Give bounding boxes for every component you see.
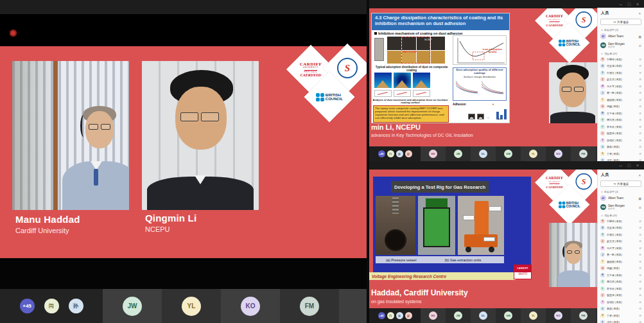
mic-off-icon[interactable]: ⊘ [639, 260, 641, 263]
participant-row[interactable]: AT Albert Team ▣ [598, 32, 644, 40]
participant-row[interactable]: X 徐明轩 (来宾) ⊘ [598, 299, 644, 306]
mic-off-icon[interactable]: ⊘ [639, 112, 641, 115]
video-tile-manu-haddad[interactable] [12, 61, 129, 210]
participant-cell[interactable]: YL [521, 308, 546, 323]
participant-cell[interactable]: GM [496, 308, 521, 323]
participant-row[interactable]: G 高晨 (来宾) ⊘ [598, 306, 644, 313]
screenshare-icon[interactable]: ▣ [638, 35, 641, 39]
participant-cell[interactable]: FM [571, 146, 596, 161]
share-invite-button[interactable]: ↪ 共享邀请 [600, 180, 641, 187]
participant-cell[interactable]: GM [496, 146, 521, 161]
participant-cell[interactable]: KS [421, 308, 446, 323]
participant-row[interactable]: D 丁俊 (来宾) ⊘ [598, 150, 644, 157]
participant-cell[interactable]: DL [471, 146, 496, 161]
participant-row[interactable]: L 李长欣 (来宾) ⊘ [598, 285, 644, 292]
participant-cell[interactable]: JW [446, 146, 471, 161]
participant-row[interactable]: X 徐明轩 (来宾) ⊘ [598, 137, 644, 144]
participant-avatar[interactable]: 孙 [396, 312, 403, 319]
mic-off-icon[interactable]: ⊘ [639, 266, 641, 270]
participant-row[interactable]: Z 赵文杰 (来宾) ⊘ [598, 76, 644, 83]
participant-row[interactable]: SM Sam Morgan组织者 ⊘ [598, 202, 644, 212]
participant-avatar[interactable]: +45 [20, 299, 35, 313]
participant-row[interactable]: R 任志强 (来宾) ⊘ [598, 63, 644, 70]
mic-off-icon[interactable]: ⊘ [639, 91, 641, 94]
participant-row[interactable]: M 马天宇 (来宾) ⊘ [598, 83, 644, 90]
participant-avatar[interactable]: 赵 [405, 150, 412, 157]
mic-off-icon[interactable]: ⊘ [639, 125, 641, 128]
participant-row[interactable]: W 王子睿 (来宾) ⊘ [598, 272, 644, 279]
participant-cell[interactable]: FM [280, 289, 339, 323]
recording-indicator-icon[interactable] [10, 30, 17, 37]
maximize-button[interactable]: □ [628, 163, 631, 168]
mic-off-icon[interactable]: ⊘ [639, 233, 641, 236]
mic-off-icon[interactable]: ⊘ [639, 274, 641, 277]
participant-avatar[interactable]: +45 [378, 312, 385, 319]
participant-row[interactable]: S 申博文 (来宾) ⊘ [598, 231, 644, 238]
participant-row[interactable]: M 马天宇 (来宾) ⊘ [598, 245, 644, 252]
mic-off-icon[interactable]: ⊘ [639, 301, 641, 304]
mic-off-icon[interactable]: ⊘ [639, 205, 641, 209]
mic-off-icon[interactable]: ⊘ [639, 293, 641, 297]
participant-cell[interactable]: YL [521, 146, 546, 161]
participant-avatar[interactable]: 孙 [396, 150, 403, 157]
participant-avatar[interactable]: 闫 [387, 312, 394, 319]
mic-off-icon[interactable]: ⊘ [639, 44, 641, 48]
participant-cell[interactable]: KO [546, 146, 571, 161]
share-invite-button[interactable]: ↪ 共享邀请 [600, 19, 641, 25]
mic-off-icon[interactable]: ⊘ [639, 287, 641, 290]
participant-row[interactable]: Y 杨雨桐 (来宾) ⊘ [598, 96, 644, 103]
mic-off-icon[interactable]: ⊘ [639, 247, 641, 250]
section-attendees[interactable]: ∨ 与会者 (47) [598, 50, 644, 56]
participant-row[interactable]: Y 杨雨桐 (来宾) ⊘ [598, 258, 644, 265]
participant-row[interactable]: SM Sam Morgan组织者 ⊘ [598, 40, 644, 50]
participant-row[interactable]: T 唐浩然 (来宾) ⊘ [598, 117, 644, 124]
mic-off-icon[interactable]: ⊘ [639, 253, 641, 256]
participant-row[interactable]: N 宁晓华 (来宾) ⊘ [598, 218, 644, 225]
participant-row[interactable]: S 申博文 (来宾) ⊘ [598, 69, 644, 76]
participant-avatar[interactable]: 闫 [44, 299, 59, 313]
participant-cell[interactable]: JW [446, 308, 471, 323]
section-in-meeting[interactable]: ∨ 此会议中 (2) [598, 188, 644, 194]
close-icon[interactable]: × [638, 173, 641, 177]
participant-avatar[interactable]: 闫 [387, 150, 394, 157]
mic-off-icon[interactable]: ⊘ [639, 307, 641, 310]
participant-row[interactable]: N 宁晓华 (来宾) ⊘ [598, 56, 644, 63]
mic-off-icon[interactable]: ⊘ [639, 240, 641, 243]
mic-off-icon[interactable]: ⊘ [639, 320, 641, 323]
participant-cell[interactable]: DL [471, 308, 496, 323]
mic-off-icon[interactable]: ⊘ [639, 132, 641, 135]
close-button[interactable]: × [636, 163, 639, 168]
participant-cell[interactable]: KO [546, 308, 571, 323]
mic-off-icon[interactable]: ⊘ [639, 71, 641, 74]
participant-cell[interactable]: JW [103, 289, 162, 323]
participant-row[interactable]: H 胡越 (来宾) ⊘ [598, 103, 644, 110]
participant-avatar[interactable]: +45 [378, 150, 385, 157]
mic-off-icon[interactable]: ⊘ [639, 118, 641, 121]
participant-row[interactable]: J 贾一帆 (来宾) ⊘ [598, 252, 644, 259]
participant-avatar[interactable]: 孙 [69, 299, 83, 313]
participant-cell[interactable]: YL [162, 289, 221, 323]
mic-off-icon[interactable]: ⊘ [639, 314, 641, 317]
participant-row[interactable]: D 丁俊 (来宾) ⊘ [598, 312, 644, 319]
mic-off-icon[interactable]: ⊘ [639, 58, 641, 61]
mic-off-icon[interactable]: ⊘ [639, 159, 641, 161]
participant-cell[interactable]: KS [421, 146, 446, 161]
maximize-button[interactable]: □ [628, 2, 631, 6]
screenshare-icon[interactable]: ▣ [638, 196, 641, 200]
participant-avatar[interactable]: 赵 [405, 312, 412, 319]
participant-row[interactable]: C 陈思远 (来宾) ⊘ [598, 292, 644, 299]
video-thumbnail-manu-haddad[interactable] [549, 223, 597, 287]
mic-off-icon[interactable]: ⊘ [639, 105, 641, 108]
participant-row[interactable]: C 陈思远 (来宾) ⊘ [598, 130, 644, 137]
participant-row[interactable]: F 冯可 (来宾) ⊘ [598, 157, 644, 162]
participant-cell[interactable]: KO [221, 289, 280, 323]
participant-row[interactable]: Z 赵文杰 (来宾) ⊘ [598, 238, 644, 245]
mic-off-icon[interactable]: ⊘ [639, 85, 641, 88]
video-tile-qingmin-li[interactable] [142, 61, 259, 210]
participant-row[interactable]: L 李长欣 (来宾) ⊘ [598, 123, 644, 130]
participant-row[interactable]: H 胡越 (来宾) ⊘ [598, 265, 644, 272]
minimize-button[interactable]: – [620, 2, 622, 6]
mic-off-icon[interactable]: ⊘ [639, 280, 641, 283]
mic-off-icon[interactable]: ⊘ [639, 139, 641, 142]
minimize-button[interactable]: – [620, 163, 622, 168]
